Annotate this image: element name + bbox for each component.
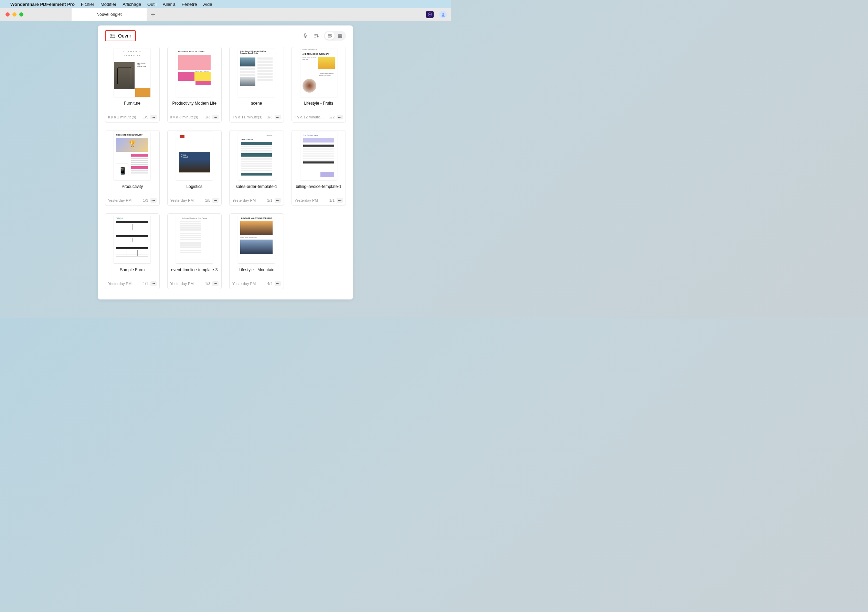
file-pages: 1/3 xyxy=(205,115,210,119)
file-time: Il y a 3 minute(s) xyxy=(170,115,203,119)
svg-rect-8 xyxy=(340,36,342,37)
file-meta: Il y a 1 minute(s) 1/5 ••• xyxy=(105,113,160,122)
toolbar: Ouvrir xyxy=(105,30,346,41)
file-title: Sample Form xyxy=(105,265,160,279)
open-label: Ouvrir xyxy=(118,33,131,39)
file-card[interactable]: Raise Energy Efficiencies Up While Reduc… xyxy=(229,47,284,122)
menu-outil[interactable]: Outil xyxy=(147,2,157,7)
open-button[interactable]: Ouvrir xyxy=(105,30,136,41)
main-panel: Ouvrir C O L U M B I xyxy=(98,25,353,299)
file-time: Yesterday PM xyxy=(108,282,141,286)
file-title: Logistics xyxy=(167,181,222,196)
svg-point-1 xyxy=(429,14,431,15)
menu-aide[interactable]: Aide xyxy=(203,2,212,7)
tab-new[interactable]: Nouvel onglet xyxy=(71,8,147,21)
menu-modifier[interactable]: Modifier xyxy=(101,2,116,7)
file-card[interactable]: Timeline and Checklist for Event Plannin… xyxy=(167,214,222,289)
file-time: Yesterday PM xyxy=(170,282,203,286)
file-pages: 1/5 xyxy=(143,115,148,119)
more-button[interactable]: ••• xyxy=(274,281,281,286)
more-button[interactable]: ••• xyxy=(274,198,281,203)
file-title: scene xyxy=(229,98,284,113)
close-window-icon[interactable] xyxy=(6,12,9,17)
more-button[interactable]: ••• xyxy=(212,115,219,119)
thumbnail: Timeline and Checklist for Event Plannin… xyxy=(167,214,222,265)
file-card[interactable]: PROMOTE PRODUCTIVITY Lorem ipsum dolor s… xyxy=(167,47,222,122)
file-grid: C O L U M B I A C O L L E C T I V E INSP… xyxy=(105,47,346,289)
folder-open-icon xyxy=(110,33,115,38)
file-pages: 1/3 xyxy=(205,282,210,286)
view-toggle xyxy=(324,31,346,40)
grid-view-button[interactable] xyxy=(335,32,345,40)
file-time: Yesterday PM xyxy=(232,282,265,286)
file-title: event-timeline-template-3 xyxy=(167,265,222,279)
svg-point-2 xyxy=(442,13,444,15)
file-meta: Yesterday PM 1/3 ••• xyxy=(105,196,160,206)
file-meta: Yesterday PM 4/4 ••• xyxy=(229,279,284,289)
thumbnail: Company SALES ORDER xyxy=(229,130,284,181)
thumbnail: Your Company Name xyxy=(292,130,346,181)
more-button[interactable]: ••• xyxy=(212,198,219,203)
fullscreen-window-icon[interactable] xyxy=(19,12,23,17)
file-pages: 1/1 xyxy=(329,198,335,202)
minimize-window-icon[interactable] xyxy=(12,12,17,17)
thumbnail: HOW ARE MOUNTAINS FORMED? Lorem ipsum do… xyxy=(229,214,284,265)
file-meta: Il y a 12 minute… 2/2 ••• xyxy=(292,113,346,122)
file-time: Yesterday PM xyxy=(108,198,141,202)
file-card[interactable]: C O L U M B I A C O L L E C T I V E INSP… xyxy=(105,47,160,122)
file-time: Il y a 1 minute(s) xyxy=(108,115,141,119)
thumbnail: Raise Energy Efficiencies Up While Reduc… xyxy=(229,47,284,98)
list-view-button[interactable] xyxy=(325,32,335,40)
menu-allera[interactable]: Aller à xyxy=(163,2,175,7)
file-time: Il y a 12 minute… xyxy=(294,115,327,119)
tab-bar: Nouvel onglet xyxy=(71,8,159,21)
file-meta: Il y a 3 minute(s) 1/3 ••• xyxy=(167,113,222,122)
brand-icon[interactable] xyxy=(426,11,434,18)
more-button[interactable]: ••• xyxy=(150,198,157,203)
window-chrome: Nouvel onglet xyxy=(0,8,451,21)
file-title: Furniture xyxy=(105,98,160,113)
file-meta: Yesterday PM 1/5 ••• xyxy=(167,196,222,206)
menu-fenetre[interactable]: Fenêtre xyxy=(182,2,197,7)
more-button[interactable]: ••• xyxy=(212,281,219,286)
file-meta: Yesterday PM 1/1 ••• xyxy=(292,196,346,206)
file-time: Yesterday PM xyxy=(232,198,265,202)
new-tab-button[interactable] xyxy=(147,8,159,21)
svg-rect-5 xyxy=(338,34,340,36)
thumbnail: C O L U M B I A C O L L E C T I V E INSP… xyxy=(105,47,160,98)
file-card[interactable]: PROMOTE PRODUCTIVITY Productivity Yester… xyxy=(105,130,160,206)
pin-icon[interactable] xyxy=(302,33,309,39)
more-button[interactable]: ••• xyxy=(336,115,343,119)
menu-affichage[interactable]: Affichage xyxy=(122,2,141,7)
thumbnail: PROMOTE PRODUCTIVITY Lorem ipsum dolor s… xyxy=(167,47,222,98)
file-card[interactable]: HOW ARE MOUNTAINS FORMED? Lorem ipsum do… xyxy=(229,214,284,289)
app-name[interactable]: Wondershare PDFelement Pro xyxy=(10,2,75,7)
more-button[interactable]: ••• xyxy=(274,115,281,119)
thumbnail: Project Proposal xyxy=(167,130,222,181)
file-card[interactable]: Your Company Name billing-invoice-templa… xyxy=(291,130,346,206)
file-title: Productivity xyxy=(105,181,160,196)
file-pages: 1/1 xyxy=(267,198,272,202)
file-pages: 1/5 xyxy=(205,198,210,202)
file-pages: 1/1 xyxy=(143,282,148,286)
svg-rect-4 xyxy=(328,36,332,37)
sort-icon[interactable] xyxy=(313,33,320,39)
file-title: Lifestyle - Mountain xyxy=(229,265,284,279)
file-meta: Yesterday PM 1/1 ••• xyxy=(229,196,284,206)
user-avatar-icon[interactable] xyxy=(439,11,447,18)
traffic-lights xyxy=(0,12,23,17)
file-card[interactable]: HOW TO EAT HEALTHY AND FEEL GOOD EVERY D… xyxy=(291,47,346,122)
menu-fichier[interactable]: Fichier xyxy=(81,2,94,7)
thumbnail: PROMOTE PRODUCTIVITY xyxy=(105,130,160,181)
more-button[interactable]: ••• xyxy=(336,198,343,203)
file-meta: Yesterday PM 1/3 ••• xyxy=(167,279,222,289)
file-time: Yesterday PM xyxy=(294,198,327,202)
more-button[interactable]: ••• xyxy=(150,115,157,119)
file-pages: 4/4 xyxy=(267,282,272,286)
file-card[interactable]: PANACEA Sample Form Yesterday PM 1/1 ••• xyxy=(105,214,160,289)
file-card[interactable]: Company SALES ORDER sales-order-template… xyxy=(229,130,284,206)
file-title: Productivity Modern Life xyxy=(167,98,222,113)
file-card[interactable]: Project Proposal Logistics Yesterday PM … xyxy=(167,130,222,206)
more-button[interactable]: ••• xyxy=(150,281,157,286)
file-title: Lifestyle - Fruits xyxy=(292,98,346,113)
